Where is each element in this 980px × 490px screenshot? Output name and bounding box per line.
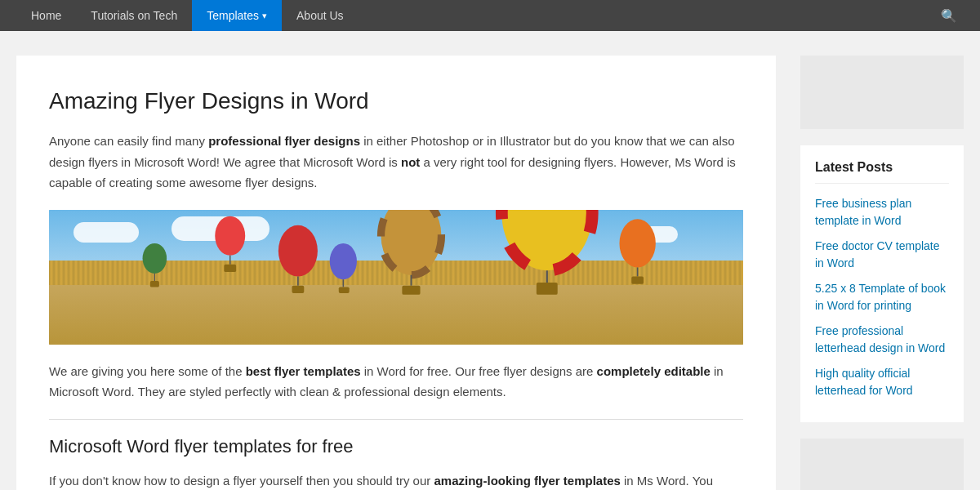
- nav-item-tutorials[interactable]: Tutorials on Tech: [76, 0, 192, 31]
- svg-rect-15: [150, 281, 159, 287]
- nav-item-home-label: Home: [31, 9, 61, 22]
- chevron-down-icon: ▾: [262, 11, 267, 21]
- article-intro: Anyone can easily find many professional…: [49, 131, 743, 194]
- body-bold-2: completely editable: [597, 364, 710, 378]
- sidebar-post-1[interactable]: Free doctor CV template in Word: [815, 238, 949, 272]
- latest-posts-title: Latest Posts: [815, 160, 949, 184]
- article-title: Amazing Flyer Designs in Word: [49, 88, 743, 114]
- page-wrapper: Amazing Flyer Designs in Word Anyone can…: [0, 31, 980, 490]
- intro-bold-2: not: [401, 155, 420, 169]
- sidebar-ad-mid: [800, 439, 964, 490]
- intro-text-1: Anyone can easily find many: [49, 134, 208, 148]
- nav-item-about-label: About Us: [296, 9, 344, 22]
- nav-item-templates[interactable]: Templates ▾: [192, 0, 282, 31]
- body-text-2: in Word for free. Our free flyer designs…: [361, 364, 597, 378]
- nav-items: Home Tutorials on Tech Templates ▾ About…: [16, 0, 934, 31]
- nav-bar: Home Tutorials on Tech Templates ▾ About…: [0, 0, 980, 31]
- search-icon[interactable]: 🔍: [934, 8, 964, 24]
- intro-bold-1: professional flyer designs: [208, 134, 360, 148]
- sidebar: Latest Posts Free business plan template…: [800, 56, 964, 490]
- article-body: We are giving you here some of the best …: [49, 361, 743, 403]
- balloon-1-body: [215, 216, 245, 255]
- balloon-4-body: [278, 225, 318, 276]
- section2-body-1: If you don't know how to design a flyer …: [49, 470, 743, 491]
- svg-rect-9: [292, 285, 305, 292]
- balloon-5-body: [330, 243, 357, 278]
- svg-rect-4: [537, 282, 558, 294]
- sidebar-post-3[interactable]: Free professional letterhead design in W…: [815, 323, 949, 357]
- balloons-svg: [49, 210, 743, 345]
- section2-bold-1: amazing-looking flyer templates: [434, 474, 620, 488]
- svg-rect-7: [402, 285, 420, 294]
- sidebar-ad-top: [800, 56, 964, 129]
- sidebar-post-0[interactable]: Free business plan template in Word: [815, 195, 949, 229]
- svg-rect-11: [339, 287, 350, 292]
- svg-rect-1: [224, 264, 236, 271]
- body-bold-1: best flyer templates: [246, 364, 361, 378]
- section2-text-1: If you don't know how to design a flyer …: [49, 474, 434, 488]
- main-content: Amazing Flyer Designs in Word Anyone can…: [16, 56, 776, 490]
- article-divider: [49, 419, 743, 420]
- nav-item-tutorials-label: Tutorials on Tech: [91, 9, 177, 22]
- sidebar-post-4[interactable]: High quality official letterhead for Wor…: [815, 365, 949, 399]
- balloon-7-body: [143, 243, 167, 273]
- body-text-1: We are giving you here some of the: [49, 364, 246, 378]
- nav-item-templates-label: Templates: [207, 9, 259, 22]
- balloon-6-body: [619, 219, 655, 267]
- sidebar-latest-posts: Latest Posts Free business plan template…: [800, 145, 964, 422]
- nav-item-about[interactable]: About Us: [282, 0, 359, 31]
- article-image: [49, 210, 743, 345]
- section2-title: Microsoft Word flyer templates for free: [49, 436, 743, 457]
- sidebar-post-2[interactable]: 5.25 x 8 Template of book in Word for pr…: [815, 280, 949, 314]
- svg-rect-13: [631, 276, 644, 283]
- nav-item-home[interactable]: Home: [16, 0, 76, 31]
